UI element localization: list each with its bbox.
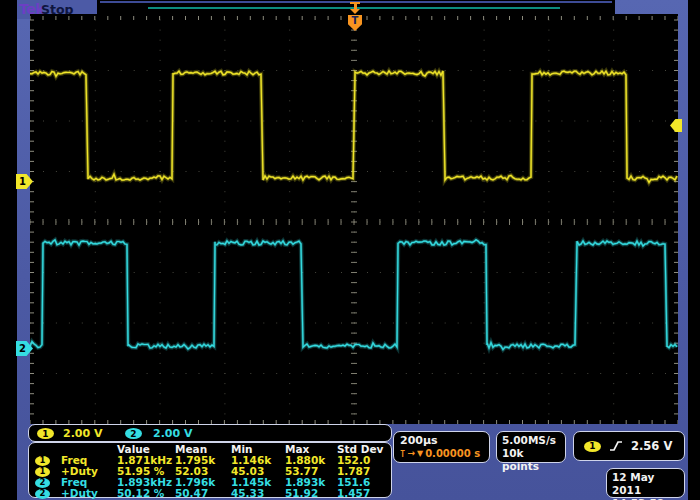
meas-mean: 50.47 — [175, 488, 231, 499]
trigger-source-badge: 1 — [584, 441, 601, 452]
oscilloscope-screen: Tek Stop T 1 2 1 2.00 V 2 2.00 V Value M… — [0, 0, 700, 500]
trigger-readout[interactable]: 1 2.56 V — [573, 431, 685, 461]
trigger-box-icon: ⊺ — [400, 447, 405, 460]
ch2-badge: 2 — [35, 478, 50, 488]
date-label: 12 May 2011 — [612, 471, 679, 497]
ch2-scale-label: 2.00 V — [153, 427, 192, 440]
marker-down-icon: ▼ — [417, 447, 423, 460]
horizontal-delay: ⊺ → ▼ 0.00000 s — [400, 447, 483, 460]
acquisition-readout[interactable]: 5.00MS/s 10k points — [496, 431, 566, 463]
trigger-position-marker[interactable] — [349, 2, 361, 14]
meas-min: 45.33 — [231, 488, 285, 499]
ch1-badge: 1 — [37, 428, 54, 439]
meas-name: +Duty — [61, 488, 117, 499]
measurement-row: 2 +Duty 50.12 % 50.47 45.33 51.92 1.457 — [35, 488, 385, 499]
datetime-readout[interactable]: 12 May 2011 14:53:52 — [606, 468, 685, 498]
meas-stddev: 1.457 — [337, 488, 385, 499]
trigger-level-value: 2.56 V — [631, 439, 672, 453]
record-length: 10k points — [502, 447, 560, 473]
graticule — [30, 14, 678, 424]
ch1-badge: 1 — [35, 456, 50, 466]
arrow-right-icon: → — [407, 447, 415, 460]
timebase-scale: 200µs — [400, 434, 483, 447]
delay-value: 0.00000 s — [425, 447, 480, 460]
waveform-plot — [30, 14, 678, 424]
meas-max: 51.92 — [285, 488, 337, 499]
ch1-scale-label: 2.00 V — [63, 427, 102, 440]
measurement-table: Value Mean Min Max Std Dev 1 Freq 1.871k… — [28, 442, 392, 498]
timebase-readout[interactable]: 200µs ⊺ → ▼ 0.00000 s — [393, 431, 490, 463]
meas-value: 50.12 % — [117, 488, 175, 499]
channel-scale-readout[interactable]: 1 2.00 V 2 2.00 V — [28, 424, 392, 442]
sample-rate: 5.00MS/s — [502, 434, 560, 447]
ch2-badge: 2 — [35, 489, 50, 499]
ch1-badge: 1 — [35, 467, 50, 477]
ch2-badge: 2 — [125, 428, 142, 439]
rising-edge-icon — [609, 440, 623, 452]
